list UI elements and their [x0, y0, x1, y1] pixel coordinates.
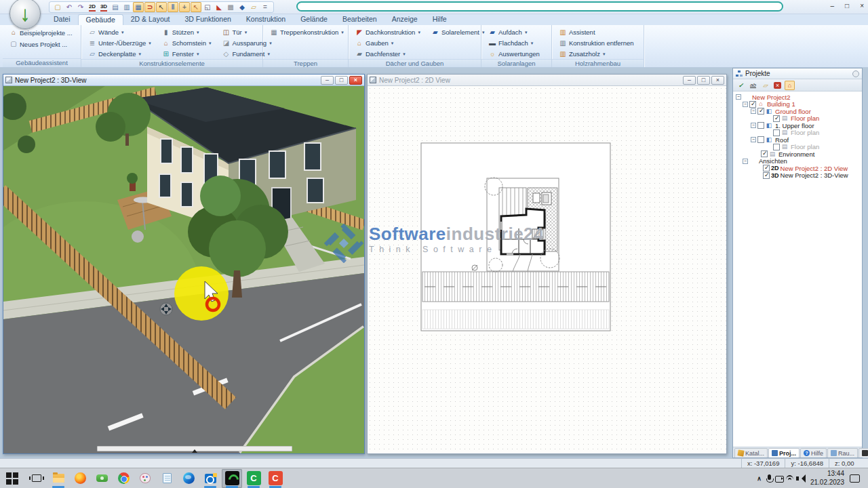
tree-checkbox[interactable] [773, 129, 780, 136]
more-icon[interactable]: = [260, 2, 271, 12]
grid-icon[interactable]: ▦ [133, 2, 144, 12]
axes-icon[interactable]: + [179, 2, 190, 12]
tab-raum[interactable]: Rau... [827, 448, 858, 458]
ribbon-tab[interactable]: Hilfe [425, 14, 454, 25]
assistant-button[interactable]: ▥ Assistent ▾ [557, 27, 639, 37]
pattern-icon[interactable]: ▩ [225, 2, 236, 12]
notification-icon[interactable] [850, 474, 860, 483]
panel-pin-button[interactable] [852, 70, 859, 77]
notepad-icon[interactable] [157, 469, 177, 488]
tree-expander-icon[interactable] [743, 102, 748, 107]
split-horizontal-icon[interactable]: ▤ [110, 2, 121, 12]
start-button[interactable] [5, 469, 25, 488]
new-file-icon[interactable]: ▢ [52, 2, 63, 12]
skylight-button[interactable]: ▰ Dachfenster ▾ [353, 49, 422, 59]
3d-scene-canvas[interactable] [3, 86, 364, 453]
delete-icon[interactable]: × [772, 81, 783, 90]
volume-icon[interactable] [795, 472, 805, 485]
ribbon-tab[interactable]: 2D & Layout [123, 14, 178, 25]
folder-icon[interactable]: ▱ [248, 2, 259, 12]
3d-close-button[interactable]: × [349, 76, 362, 85]
tab-projekte[interactable]: Proj... [768, 448, 800, 458]
tab-katalog[interactable]: Katal... [734, 448, 768, 458]
2d-close-button[interactable]: × [711, 76, 724, 85]
stair-construction-button[interactable]: ▦ Treppenkonstruktion ▾ [268, 27, 346, 37]
3d-restore-button[interactable]: □ [335, 76, 348, 85]
red-c-app-icon[interactable] [265, 469, 285, 488]
firefox-icon[interactable] [70, 469, 90, 488]
close-button[interactable]: × [860, 2, 864, 9]
tree-item[interactable]: Floor plan [734, 144, 862, 151]
ribbon-tab[interactable]: Anzeige [384, 14, 425, 25]
cad-app-icon[interactable] [222, 469, 242, 488]
select-cursor-icon[interactable]: ↖ [156, 2, 167, 12]
tree-item[interactable]: Floor plan [734, 115, 862, 123]
tray-expand-icon[interactable] [754, 472, 764, 485]
chrome-icon[interactable] [113, 469, 134, 488]
3d-view-icon[interactable]: 3D [98, 2, 109, 12]
tab-hilfe[interactable]: Hilfe [800, 448, 827, 458]
2d-plan-canvas[interactable] [368, 86, 726, 453]
tree-checkbox[interactable] [773, 144, 780, 150]
solar-element-button[interactable]: ▰ Solarelement ▾ [429, 27, 487, 37]
wedge-icon[interactable]: ◆ [237, 2, 248, 12]
tree-checkbox[interactable] [763, 165, 770, 171]
tree-expander-icon[interactable] [736, 94, 741, 100]
floor-slab-button[interactable]: ▱ Deckenplatte ▾ [86, 49, 153, 59]
snap-magnet-icon[interactable]: ⊃ [144, 2, 155, 12]
split-vertical-icon[interactable]: ▥ [121, 2, 132, 12]
tree-expander-icon[interactable] [751, 108, 756, 114]
tree-checkbox[interactable] [749, 101, 756, 108]
tree-checkbox[interactable] [763, 172, 770, 179]
tree-item[interactable]: Building 1 [734, 101, 862, 108]
roof-tool-icon[interactable]: ◣ [214, 2, 224, 12]
dormers-button[interactable]: ⌂ Gauben ▾ [353, 38, 422, 48]
tree-item[interactable]: Environment [734, 150, 862, 158]
ribbon-tab[interactable]: Gelände [293, 14, 335, 25]
green-c-app-icon[interactable] [243, 469, 264, 488]
tree-checkbox[interactable] [773, 115, 780, 122]
ribbon-tab[interactable]: 3D Funktionen [178, 14, 239, 25]
outlook-icon[interactable] [200, 469, 220, 488]
tree-item[interactable]: Ground floor [734, 108, 862, 115]
edge-icon[interactable] [178, 469, 199, 488]
ribbon-tab[interactable]: Datei [46, 14, 78, 25]
walls-button[interactable]: ▱ Wände ▾ [86, 27, 153, 37]
roof-construction-button[interactable]: ◤ Dachkonstruktion ▾ [353, 27, 422, 37]
tree-expander-icon[interactable] [743, 159, 748, 164]
minimize-button[interactable]: – [831, 2, 835, 9]
tree-expander-icon[interactable] [751, 137, 756, 142]
copy-window-icon[interactable]: ◱ [202, 2, 213, 12]
chimney-button[interactable]: ⌂ Schornstein ▾ [160, 38, 214, 48]
building-icon[interactable]: ⌂ [785, 81, 795, 90]
2d-view-icon[interactable]: 2D [87, 2, 98, 12]
screen-recorder-icon[interactable] [92, 469, 112, 488]
tree-item[interactable]: 1. Upper floor [734, 122, 862, 129]
evaluations-button[interactable]: ☼ Auswertungen ▾ [486, 49, 547, 59]
microphone-icon[interactable] [764, 472, 774, 485]
apply-icon[interactable]: ✓ [736, 81, 746, 90]
ribbon-tab[interactable]: Gebäude [78, 14, 123, 25]
tree-item[interactable]: Floor plan [734, 129, 862, 137]
ribbon-tab[interactable]: Bearbeiten [335, 14, 384, 25]
pointer-icon[interactable]: ↖ [191, 2, 201, 12]
tree-checkbox[interactable] [757, 108, 764, 115]
tree-checkbox[interactable] [757, 136, 764, 143]
tree-item[interactable]: Ansichten [734, 158, 862, 165]
3d-minimize-button[interactable]: – [321, 76, 334, 85]
redo-icon[interactable]: ↷ [75, 2, 86, 12]
tree-checkbox[interactable] [761, 150, 768, 157]
tree-checkbox[interactable] [757, 122, 764, 129]
tab-masse[interactable]: Mass... [859, 448, 868, 458]
sample-projects-button[interactable]: ⌂ Beispielprojekte ... ▾ [7, 27, 76, 38]
remove-construction-button[interactable]: ▥ Konstruktion entfernen ▾ [557, 38, 639, 48]
paint-icon[interactable] [135, 469, 155, 488]
task-view-button[interactable] [26, 469, 47, 488]
camera-icon[interactable] [774, 472, 785, 485]
restore-button[interactable]: □ [845, 2, 849, 9]
columns-icon[interactable]: ‖ [167, 2, 178, 12]
columns-button[interactable]: ▮ Stützen ▾ [160, 27, 214, 37]
undo-icon[interactable]: ↶ [64, 2, 75, 12]
window-button[interactable]: ⊞ Fenster ▾ [160, 49, 214, 59]
new-project-button[interactable]: ▢ Neues Projekt ... ▾ [7, 39, 76, 49]
